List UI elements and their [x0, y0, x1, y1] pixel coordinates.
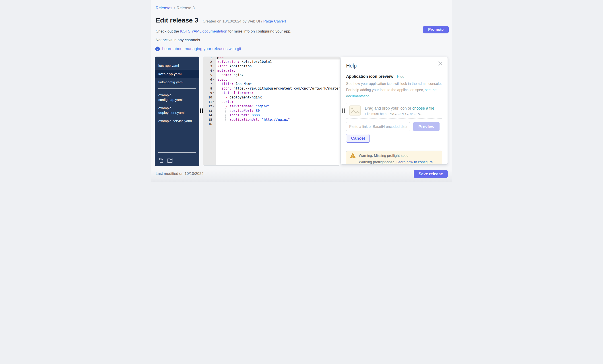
file-item-example-service.yaml[interactable]: example-service.yaml [155, 117, 199, 125]
token-plain [217, 73, 221, 77]
last-modified-text: Last modified on 10/10/2024 [156, 172, 204, 176]
yaml-editor[interactable]: 1---2apiVersion: kots.io/v1beta13kind: A… [203, 56, 340, 165]
file-item-kots-config.yaml[interactable]: kots-config.yaml [155, 78, 199, 86]
code-line-content[interactable]: - deployment/nginx [216, 95, 340, 99]
git-releases-link[interactable]: Learn about managing your releases with … [162, 46, 241, 51]
line-number: 15 [203, 117, 213, 122]
editor-line-6[interactable]: 6▼spec: [203, 77, 340, 82]
kots-yaml-docs-link[interactable]: KOTS YAML documentation [180, 29, 227, 33]
created-by-link[interactable]: Paige Calvert [263, 19, 286, 23]
line-number-gutter: 1 [203, 56, 216, 59]
line-number-gutter: 16 [203, 122, 216, 126]
breadcrumb-releases-link[interactable]: Releases [156, 6, 172, 10]
fold-arrow-icon[interactable]: ▼ [213, 99, 216, 104]
line-number: 4 [203, 68, 213, 73]
line-number-gutter: 9▼ [203, 91, 216, 95]
code-line-content[interactable]: name: nginx [216, 73, 340, 77]
line-number: 2 [203, 59, 213, 64]
editor-line-1[interactable]: 1--- [203, 56, 340, 59]
token-plain [217, 82, 221, 86]
close-icon[interactable] [438, 61, 443, 66]
add-file-icon[interactable] [158, 157, 164, 163]
line-number-gutter: 10 [203, 95, 216, 99]
editor-line-12[interactable]: 12▼ - serviceName: "nginx" [203, 104, 340, 109]
token-plain: deployment/nginx [230, 95, 262, 99]
code-line-content[interactable]: --- [216, 56, 340, 59]
cancel-button[interactable]: Cancel [346, 134, 370, 143]
code-line-content[interactable]: kind: Application [216, 64, 340, 68]
editor-line-2[interactable]: 2apiVersion: kots.io/v1beta1 [203, 59, 340, 64]
question-circle-icon[interactable]: ? [155, 46, 160, 51]
icon-url-input[interactable] [346, 122, 410, 131]
save-release-button[interactable]: Save release [414, 170, 448, 178]
code-line-content[interactable]: statusInformers: [216, 91, 340, 95]
breadcrumb-separator: / [174, 6, 175, 10]
code-line-content[interactable]: apiVersion: kots.io/v1beta1 [216, 59, 340, 64]
line-number-gutter: 7 [203, 82, 216, 86]
icon-dropzone[interactable]: Drag and drop your icon or choose a file… [346, 103, 442, 119]
file-item-kots-app.yaml[interactable]: kots-app.yaml [155, 70, 199, 78]
file-item-k8s-app.yaml[interactable]: k8s-app.yaml [155, 62, 199, 70]
editor-line-4[interactable]: 4▼metadata: [203, 68, 340, 73]
editor-line-3[interactable]: 3kind: Application [203, 64, 340, 68]
channel-status: Not active in any channels [156, 38, 200, 42]
editor-line-10[interactable]: 10 - deployment/nginx [203, 95, 340, 99]
preview-button[interactable]: Preview [413, 122, 440, 131]
line-number-gutter: 11▼ [203, 99, 216, 104]
token-plain: Application [227, 64, 252, 68]
editor-line-14[interactable]: 14 localPort: 8888 [203, 113, 340, 117]
fold-arrow-icon[interactable]: ▼ [213, 68, 216, 73]
token-key: apiVersion: [217, 60, 240, 64]
editor-line-16[interactable]: 16 [203, 122, 340, 126]
code-line-content[interactable]: icon: https://raw.githubusercontent.com/… [216, 86, 340, 91]
editor-line-13[interactable]: 13 servicePort: 80 [203, 109, 340, 113]
code-line-content[interactable]: ports: [216, 99, 340, 104]
editor-resize-handle[interactable] [342, 109, 345, 113]
code-line-content[interactable]: applicationUrl: "http://nginx" [216, 117, 340, 122]
choose-a-file-link[interactable]: choose a file [412, 106, 434, 110]
icon-preview-title: Application icon preview [346, 74, 393, 79]
sidebar-resize-handle[interactable] [200, 109, 203, 113]
file-item-example-deployment.yaml[interactable]: example-deployment.yaml [155, 104, 199, 117]
code-line-content[interactable]: localPort: 8888 [216, 113, 340, 117]
line-number-gutter: 15 [203, 117, 216, 122]
code-line-content[interactable] [216, 122, 340, 126]
token-key: ports: [221, 100, 233, 104]
fold-arrow-icon[interactable]: ▼ [213, 91, 216, 95]
line-number: 7 [203, 82, 213, 86]
code-line-content[interactable]: - serviceName: "nginx" [216, 104, 340, 109]
file-item-example-configmap.yaml[interactable]: example-configmap.yaml [155, 91, 199, 104]
token-key: servicePort: [230, 109, 254, 113]
code-line-content[interactable]: title: App Name [216, 82, 340, 86]
token-meta: --- [218, 56, 224, 59]
editor-line-15[interactable]: 15 applicationUrl: "http://nginx" [203, 117, 340, 122]
help-panel: Help Application icon preview Hide See h… [340, 57, 448, 165]
token-key: spec: [217, 77, 227, 82]
token-num: 8888 [250, 113, 260, 117]
promote-button[interactable]: Promote [423, 26, 449, 33]
created-text: Created on 10/10/2024 by Web UI / [203, 19, 263, 23]
sidebar-actions-divider [158, 152, 196, 153]
editor-line-8[interactable]: 8 icon: https://raw.githubusercontent.co… [203, 86, 340, 91]
line-number-gutter: 14 [203, 113, 216, 117]
fold-arrow-icon[interactable]: ▼ [213, 104, 216, 109]
code-line-content[interactable]: spec: [216, 77, 340, 82]
line-number: 1 [203, 56, 213, 59]
editor-line-9[interactable]: 9▼ statusInformers: [203, 91, 340, 95]
line-number-gutter: 13 [203, 109, 216, 113]
line-number-gutter: 8 [203, 86, 216, 91]
code-line-content[interactable]: metadata: [216, 68, 340, 73]
image-placeholder-icon [349, 105, 361, 117]
add-folder-icon[interactable] [167, 157, 174, 163]
editor-line-11[interactable]: 11▼ ports: [203, 99, 340, 104]
editor-line-7[interactable]: 7 title: App Name [203, 82, 340, 86]
learn-how-to-configure-link[interactable]: Learn how to configure [396, 160, 433, 164]
breadcrumb: Releases/Release 3 [156, 6, 195, 11]
line-number-gutter: 4▼ [203, 68, 216, 73]
fold-arrow-icon[interactable]: ▼ [213, 77, 216, 82]
code-line-content[interactable]: servicePort: 80 [216, 109, 340, 113]
editor-line-5[interactable]: 5 name: nginx [203, 73, 340, 77]
hide-link[interactable]: Hide [397, 75, 404, 79]
token-plain [217, 91, 221, 95]
editor-lines: 1---2apiVersion: kots.io/v1beta13kind: A… [203, 56, 340, 126]
